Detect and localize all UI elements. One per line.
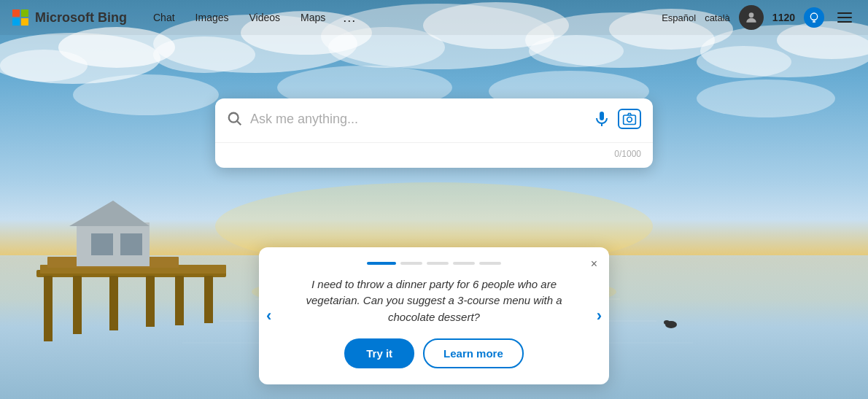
menu-bar-1 [837, 12, 852, 14]
learn-more-button[interactable]: Learn more [423, 338, 524, 368]
close-button[interactable]: × [591, 257, 597, 271]
svg-point-12 [529, 35, 624, 67]
progress-step-2 [400, 262, 422, 265]
search-box: 0/1000 [215, 98, 653, 168]
navbar: Microsoft Bing Chat Images Videos Maps .… [0, 0, 868, 35]
svg-rect-33 [204, 276, 213, 323]
search-input[interactable] [250, 112, 586, 127]
next-button[interactable]: › [597, 306, 602, 325]
svg-rect-30 [109, 276, 118, 330]
svg-point-6 [153, 36, 255, 73]
svg-rect-44 [21, 9, 28, 17]
svg-point-15 [697, 46, 791, 78]
brand-name: Microsoft Bing [35, 10, 127, 26]
camera-search-icon[interactable] [618, 109, 641, 129]
search-container: 0/1000 [215, 98, 653, 168]
svg-point-3 [0, 50, 88, 82]
microsoft-logo-icon [12, 9, 29, 26]
svg-rect-40 [120, 233, 142, 255]
menu-bar-2 [837, 17, 852, 18]
svg-rect-43 [12, 9, 20, 17]
svg-point-16 [73, 74, 219, 115]
reward-icon[interactable] [804, 7, 824, 28]
svg-rect-28 [44, 276, 53, 341]
search-icon [227, 111, 243, 127]
prev-button[interactable]: ‹ [266, 306, 271, 325]
svg-rect-39 [91, 233, 113, 255]
svg-point-47 [749, 12, 754, 18]
suggestion-card: × ‹ › I need to throw a dinner party for… [259, 247, 609, 385]
svg-rect-45 [12, 18, 20, 26]
camera-icon [622, 112, 637, 126]
nav-right: Español català 1120 [662, 5, 856, 30]
try-it-button[interactable]: Try it [344, 338, 414, 368]
nav-images[interactable]: Images [187, 7, 238, 28]
svg-point-54 [627, 117, 632, 123]
lang-spanish[interactable]: Español [662, 12, 696, 23]
hamburger-menu[interactable] [833, 8, 856, 27]
trophy-icon [808, 12, 820, 23]
nav-maps[interactable]: Maps [292, 7, 334, 28]
svg-rect-51 [600, 112, 604, 120]
nav-videos[interactable]: Videos [241, 7, 290, 28]
svg-rect-29 [73, 276, 82, 334]
suggestion-text: I need to throw a dinner party for 6 peo… [288, 276, 580, 326]
svg-rect-32 [175, 276, 184, 325]
card-actions: Try it Learn more [288, 338, 580, 368]
progress-bar [288, 262, 580, 265]
svg-line-50 [237, 121, 241, 125]
progress-step-3 [427, 262, 449, 265]
svg-point-49 [229, 113, 239, 123]
logo-area[interactable]: Microsoft Bing [12, 9, 127, 26]
nav-links: Chat Images Videos Maps ... [144, 6, 662, 30]
svg-point-48 [810, 13, 817, 20]
svg-point-19 [697, 80, 835, 117]
search-input-row [215, 98, 653, 139]
microphone-icon[interactable] [593, 110, 611, 128]
progress-step-4 [453, 262, 475, 265]
progress-step-5 [479, 262, 501, 265]
lang-catalan[interactable]: català [705, 12, 730, 23]
nav-more[interactable]: ... [337, 6, 362, 30]
svg-rect-31 [146, 276, 155, 327]
user-icon [744, 10, 759, 25]
char-counter: 0/1000 [215, 142, 653, 168]
svg-point-42 [664, 320, 670, 325]
nav-chat[interactable]: Chat [144, 7, 184, 28]
avatar[interactable] [739, 5, 764, 30]
svg-rect-46 [21, 18, 28, 26]
progress-step-1 [367, 262, 396, 265]
points-display: 1120 [772, 12, 795, 23]
menu-bar-3 [837, 21, 852, 23]
